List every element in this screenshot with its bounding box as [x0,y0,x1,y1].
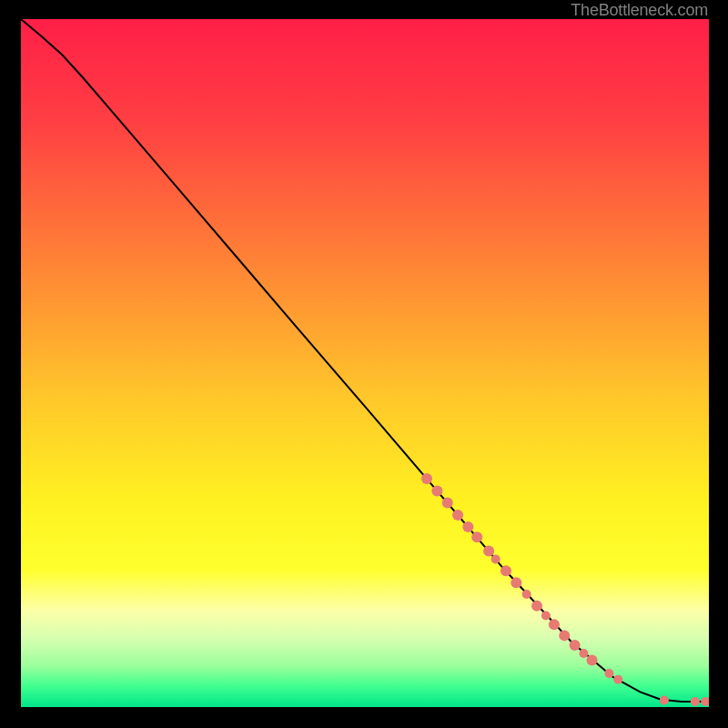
data-point [471,531,482,542]
data-point [586,655,597,666]
chart-container: TheBottleneck.com [0,0,728,728]
data-point [522,590,531,599]
plot-area [21,19,709,707]
data-point [531,601,542,612]
attribution-label: TheBottleneck.com [571,1,708,20]
data-point [570,640,581,651]
data-point [452,510,463,521]
gradient-background [21,19,709,707]
data-point [491,554,500,563]
data-point [500,565,511,576]
data-point [462,521,473,532]
data-point [442,497,453,508]
data-point [511,577,521,588]
data-point [541,611,551,620]
data-point [579,649,588,658]
data-point [431,486,442,497]
data-point [691,697,700,706]
data-point [421,473,432,484]
data-point [613,675,622,684]
chart-svg [21,19,709,707]
data-point [604,669,613,678]
data-point [483,545,494,556]
data-point [559,630,570,641]
data-point [549,619,560,630]
data-point [660,695,669,704]
